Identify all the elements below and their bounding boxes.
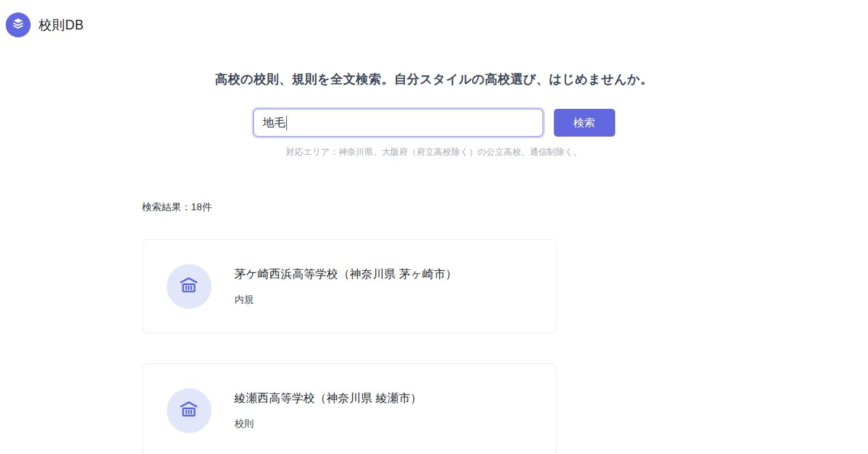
main-content: 高校の校則、規則を全文検索。自分スタイルの高校選び、はじめませんか。 地毛 検索… [142, 71, 726, 454]
result-card[interactable]: 茅ケ崎西浜高等学校（神奈川県 茅ヶ崎市） 内規 [142, 239, 557, 333]
search-form: 地毛 検索 [142, 109, 726, 137]
search-input[interactable]: 地毛 [253, 109, 543, 137]
app-title: 校則DB [39, 16, 84, 34]
results-list: 茅ケ崎西浜高等学校（神奈川県 茅ヶ崎市） 内規 綾瀬西高等学校（神奈川県 綾瀬市… [142, 239, 726, 454]
card-info: 綾瀬西高等学校（神奈川県 綾瀬市） 校則 [235, 391, 422, 430]
result-card[interactable]: 綾瀬西高等学校（神奈川県 綾瀬市） 校則 [142, 363, 557, 454]
school-avatar [167, 264, 211, 309]
document-type: 校則 [235, 417, 422, 430]
results-count: 検索結果：18件 [142, 201, 726, 214]
hero-heading: 高校の校則、規則を全文検索。自分スタイルの高校選び、はじめませんか。 [142, 71, 726, 88]
coverage-note: 対応エリア：神奈川県、大阪府（府立高校除く）の公立高校。通信制除く。 [142, 147, 726, 158]
text-caret [286, 116, 287, 130]
search-button[interactable]: 検索 [554, 109, 615, 137]
school-name: 綾瀬西高等学校（神奈川県 綾瀬市） [235, 391, 422, 406]
document-type: 内規 [235, 293, 458, 306]
card-info: 茅ケ崎西浜高等学校（神奈川県 茅ヶ崎市） 内規 [235, 266, 458, 306]
search-input-value: 地毛 [263, 115, 286, 130]
app-header: 校則DB [0, 0, 868, 37]
school-avatar [167, 388, 211, 433]
layers-icon [11, 16, 26, 33]
app-logo[interactable] [6, 12, 31, 37]
bank-icon [178, 274, 200, 298]
bank-icon [178, 398, 200, 422]
school-name: 茅ケ崎西浜高等学校（神奈川県 茅ヶ崎市） [235, 266, 458, 282]
